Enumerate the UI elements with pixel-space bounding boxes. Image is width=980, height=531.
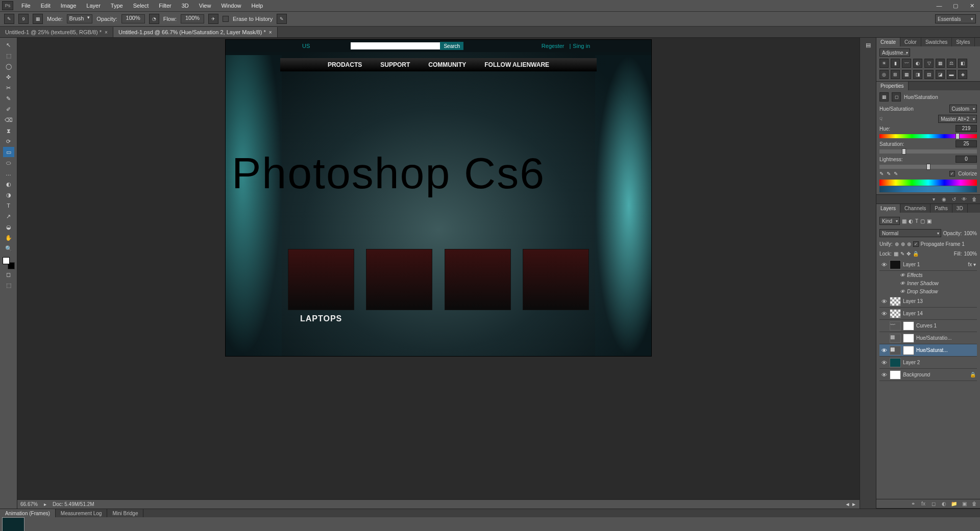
tab-3d[interactable]: 3D [952,204,968,213]
scrollbar-h[interactable]: ◄ ► [845,501,856,507]
lock-pos-icon[interactable]: ✥ [906,251,911,257]
lightness-input[interactable]: 0 [955,156,977,163]
finger-icon[interactable]: ☟ [879,116,883,122]
selective-color-icon[interactable]: ◈ [958,70,967,79]
fill-value[interactable]: 100% [964,251,977,257]
filter-smart-icon[interactable]: ▣ [927,218,932,224]
mask-thumbnail[interactable] [903,321,914,331]
visibility-icon[interactable]: 👁 [880,311,888,317]
brush-preset-icon[interactable]: 9 [18,14,29,24]
visibility-icon[interactable]: 👁 [880,262,888,268]
layer-thumbnail[interactable] [890,260,901,269]
toggle-vis-icon[interactable]: 👁 [961,196,968,203]
lock-trans-icon[interactable]: ▦ [894,251,898,257]
gradient-map-icon[interactable]: ▬ [947,70,956,79]
mask-thumbnail[interactable] [903,346,914,355]
filter-shape-icon[interactable]: ▢ [920,218,925,224]
blur-tool-icon[interactable]: … [3,168,14,179]
blend-mode-select[interactable]: Normal [879,229,941,237]
maximize-icon[interactable]: ▢ [949,2,962,10]
layer-name[interactable]: Layer 13 [903,298,923,304]
marquee-tool-icon[interactable]: ⬚ [3,50,14,61]
history-panel-icon[interactable]: ▤ [866,42,871,48]
visibility-icon[interactable]: 👁 [880,347,888,353]
shape-tool-icon[interactable]: ◒ [3,222,14,232]
path-tool-icon[interactable]: ↗ [3,211,14,221]
lock-all-icon[interactable]: 🔒 [913,251,919,257]
preset-select[interactable]: Custom [949,105,977,113]
eyedropper-minus-icon[interactable]: ✎ [894,171,898,176]
color-swatches[interactable] [3,257,15,269]
adj-thumbnail[interactable]: ▦ [890,346,901,355]
layer-row[interactable]: 👁 Layer 13 [879,295,977,308]
tab-animation[interactable]: Animation (Frames) [0,509,56,517]
tab-properties[interactable]: Properties [876,82,909,90]
history-brush-tool-icon[interactable]: ⟳ [3,136,14,146]
wand-tool-icon[interactable]: ✜ [3,72,14,82]
layer-thumbnail[interactable] [890,370,901,380]
layer-thumbnail[interactable] [890,358,901,367]
document-canvas[interactable]: US Search Regester | Sing in PRODACTS SU… [226,40,651,356]
menu-help[interactable]: Help [247,2,268,10]
visibility-icon[interactable]: 👁 [880,372,888,378]
pen-tool-icon[interactable]: ◑ [3,190,14,200]
visibility-icon[interactable]: 👁 [880,298,888,305]
new-group-icon[interactable]: 📁 [950,500,958,508]
new-layer-icon[interactable]: ▣ [961,500,968,508]
heal-tool-icon[interactable]: ✐ [3,104,14,114]
layer-row[interactable]: 👁 Layer 1 fx ▾ [879,259,977,271]
mask-thumbnail[interactable] [903,334,914,343]
photo-filter-icon[interactable]: ◎ [879,70,889,79]
layer-effects-label[interactable]: 👁Effects [879,271,977,279]
color-lookup-icon[interactable]: ▦ [902,70,911,79]
layer-name[interactable]: Layer 14 [903,311,923,316]
foreground-color-swatch[interactable] [3,257,10,264]
menu-filter[interactable]: Filter [154,2,176,10]
menu-file[interactable]: File [16,2,36,10]
posterize-icon[interactable]: ▤ [924,70,934,79]
tab-minibridge[interactable]: Mini Bridge [107,509,143,517]
flow-input[interactable]: 100% [181,14,204,23]
doc-info[interactable]: Doc: 5.49M/51.2M [53,501,94,507]
dodge-tool-icon[interactable]: ◐ [3,179,14,189]
layer-style-icon[interactable]: fx [920,500,927,508]
curves-icon[interactable]: 〰 [902,59,911,68]
new-adjustment-icon[interactable]: ◐ [940,500,947,508]
gradient-tool-icon[interactable]: ⬭ [3,158,14,168]
layer-row[interactable]: 👁 Layer 2 [879,357,977,369]
layer-name[interactable]: Layer 1 [903,262,920,267]
close-icon[interactable]: ✕ [966,2,978,10]
view-prev-icon[interactable]: ◉ [940,196,947,203]
eraser-tool-icon[interactable]: ▭ [3,147,14,157]
unify-pos-icon[interactable]: ⊕ [895,241,899,247]
delete-layer-icon[interactable]: 🗑 [971,500,978,508]
tab-paths[interactable]: Paths [930,204,952,213]
tab-styles[interactable]: Styles [952,38,974,46]
layer-row[interactable]: 〰 Curves 1 [879,320,977,332]
lightness-slider[interactable] [879,165,977,169]
tab-create[interactable]: Create [876,38,900,46]
bw-icon[interactable]: ◧ [958,59,967,68]
tab-document-2[interactable]: Untitled-1.psd @ 66.7% (Hue/Saturation 2… [113,27,278,37]
eyedropper-icon[interactable]: ✎ [879,171,884,176]
brush-panel-icon[interactable]: ▦ [33,14,43,24]
layer-row[interactable]: 👁 Layer 14 [879,308,977,320]
mode-select[interactable]: Brush [67,14,93,23]
colorize-checkbox[interactable] [949,171,955,176]
minimize-icon[interactable]: — [933,2,945,10]
hand-tool-icon[interactable]: ✋ [3,233,14,243]
menu-type[interactable]: Type [106,2,128,10]
threshold-icon[interactable]: ◪ [936,70,945,79]
crop-tool-icon[interactable]: ✂ [3,83,14,93]
eyedropper-tool-icon[interactable]: ✎ [3,93,14,104]
filter-pixel-icon[interactable]: ▦ [902,218,906,224]
layer-name[interactable]: Hue/Saturatio... [916,335,951,341]
layer-thumbnail[interactable] [890,297,901,306]
saturation-input[interactable]: 25 [955,140,977,147]
brush-tool-icon[interactable]: ⌫ [3,115,14,125]
adj-thumbnail[interactable]: ▦ [890,334,901,343]
menu-select[interactable]: Select [128,2,154,10]
layer-opacity-value[interactable]: 100% [964,231,977,236]
propagate-checkbox[interactable] [913,241,919,247]
invert-icon[interactable]: ◨ [913,70,922,79]
